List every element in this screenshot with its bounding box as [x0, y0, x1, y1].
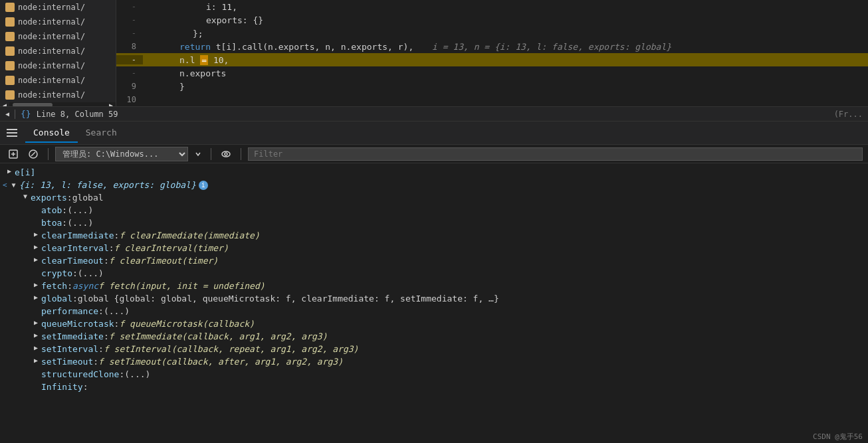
line-number: - [116, 68, 143, 78]
info-icon[interactable]: i [199, 181, 208, 190]
prop-colon: : [104, 331, 109, 341]
scroll-right-arrow[interactable]: ▶ [106, 102, 116, 106]
prop-key: queueMicrotask [41, 319, 114, 329]
file-name: node:internal/ [18, 17, 85, 27]
file-name: node:internal/ [18, 46, 85, 56]
prop-key: performance [41, 306, 98, 316]
code-line: 9 } [116, 80, 868, 93]
console-prop-performance: ▶ performance : (...) [0, 305, 868, 317]
expand-arrow[interactable]: ▶ [32, 294, 40, 301]
expand-arrow[interactable]: ▶ [32, 281, 40, 288]
console-prop-infinity: ▶ Infinity : [0, 381, 868, 393]
console-entry-object: < ▼ {i: 13, l: false, exports: global} i [0, 179, 868, 191]
file-name: node:internal/ [18, 3, 85, 12]
prop-value: (...) [67, 205, 93, 215]
prop-value: (...) [67, 218, 93, 228]
expand-arrow[interactable]: ▶ [32, 344, 40, 351]
prop-value-fn: f clearImmediate(immediate) [119, 230, 259, 240]
prop-key: fetch [41, 281, 67, 291]
file-item[interactable]: node:internal/ [0, 0, 116, 15]
expand-arrow[interactable]: ▶ [32, 319, 40, 326]
line-number: 8 [116, 42, 143, 51]
curly-brace-icon: {} [21, 109, 31, 119]
expand-arrow[interactable]: ▶ [32, 256, 40, 263]
prop-key: crypto [41, 268, 72, 278]
expand-arrow[interactable]: ▶ [32, 331, 40, 339]
prop-colon: : [114, 319, 120, 329]
file-name: node:internal/ [18, 76, 85, 85]
clear-console-button[interactable] [25, 147, 41, 161]
console-prop-global: ▶ global : global {global: global, queue… [0, 292, 868, 305]
editor-area: node:internal/ node:internal/ node:inter… [0, 0, 868, 106]
tab-label: Search [86, 128, 117, 137]
eye-button[interactable] [218, 147, 234, 161]
file-icon [5, 46, 15, 56]
console-toolbar: 管理员: C:\Windows... [0, 145, 868, 163]
tab-label: Console [33, 128, 70, 137]
expand-arrow[interactable]: ▼ [10, 181, 18, 189]
console-prop-setImmediate: ▶ setImmediate : f setImmediate(callback… [0, 330, 868, 343]
context-dropdown[interactable]: 管理员: C:\Windows... [55, 147, 188, 161]
prop-key: Infinity [41, 382, 83, 392]
console-entry: ▶ e[i] [0, 166, 868, 179]
prop-key: btoa [41, 218, 62, 228]
prop-colon: : [104, 256, 109, 266]
line-content: exports: {} [143, 15, 868, 25]
line-number: - [116, 29, 143, 38]
console-output: ▶ e[i] < ▼ {i: 13, l: false, exports: gl… [0, 163, 868, 396]
prop-key: atob [41, 205, 62, 215]
console-prop-clearImmediate: ▶ clearImmediate : f clearImmediate(imme… [0, 229, 868, 242]
file-item[interactable]: node:internal/ [0, 29, 116, 44]
prop-colon: : [119, 369, 124, 379]
code-line: - i: 11, [116, 0, 868, 13]
prop-value: (...) [104, 306, 130, 316]
line-number: - [116, 15, 143, 25]
dropdown-arrow-button[interactable] [192, 149, 204, 159]
line-content: n.exports [143, 68, 868, 78]
tab-console[interactable]: Console [25, 124, 78, 143]
prop-value-fn: f setInterval(callback, repeat, arg1, ar… [104, 344, 359, 354]
expand-arrow[interactable]: ▼ [21, 193, 29, 200]
prop-key: setTimeout [41, 357, 93, 367]
new-console-button[interactable] [5, 147, 21, 161]
code-line: - n.exports [116, 66, 868, 80]
prop-value-fn: f setTimeout(callback, after, arg1, arg2… [98, 357, 343, 367]
file-item[interactable]: node:internal/ [0, 15, 116, 29]
line-content: i: 11, [143, 2, 868, 12]
tab-bar: Console Search [0, 122, 868, 145]
expand-arrow[interactable]: ▶ [32, 243, 40, 250]
prop-value: global [72, 193, 104, 203]
tab-search[interactable]: Search [78, 124, 125, 143]
prop-value: (...) [124, 369, 150, 379]
prop-key: global [41, 294, 72, 304]
file-item[interactable]: node:internal/ [0, 44, 116, 58]
console-prop-btoa: ▶ btoa : (...) [0, 217, 868, 229]
status-right: (Fr... [834, 110, 863, 119]
separator [15, 110, 15, 119]
expand-arrow[interactable]: ▶ [32, 357, 40, 364]
file-icon [5, 17, 15, 27]
console-prop-clearTimeout: ▶ clearTimeout : f clearTimeout(timer) [0, 254, 868, 267]
file-icon [5, 32, 15, 41]
prop-async-keyword: async [72, 281, 98, 291]
file-item[interactable]: node:internal/ [0, 58, 116, 73]
toolbar-separator-2 [211, 148, 211, 160]
expand-arrow[interactable]: ▶ [5, 167, 13, 175]
toolbar-separator [48, 148, 49, 160]
devtools-panel: Console Search 管理员: C:\Windows... [0, 121, 868, 396]
tab-menu-icon[interactable] [7, 126, 20, 139]
scroll-left-nav[interactable]: ◀ [5, 110, 9, 118]
file-item[interactable]: node:internal/ [0, 88, 116, 102]
prop-value-obj: global {global: global, queueMicrotask: … [78, 294, 499, 304]
file-item[interactable]: node:internal/ [0, 73, 116, 88]
filter-input[interactable] [248, 147, 863, 161]
prop-colon: : [67, 281, 72, 291]
expand-arrow[interactable]: ▶ [32, 230, 40, 238]
console-prop-setTimeout: ▶ setTimeout : f setTimeout(callback, af… [0, 355, 868, 368]
toolbar-separator-3 [241, 148, 241, 160]
prop-value: (...) [78, 268, 104, 278]
line-content: n.l = 10, [143, 55, 868, 65]
line-content: } [143, 82, 868, 92]
prop-colon: : [109, 243, 114, 253]
scroll-left-arrow[interactable]: ◀ [0, 102, 9, 106]
